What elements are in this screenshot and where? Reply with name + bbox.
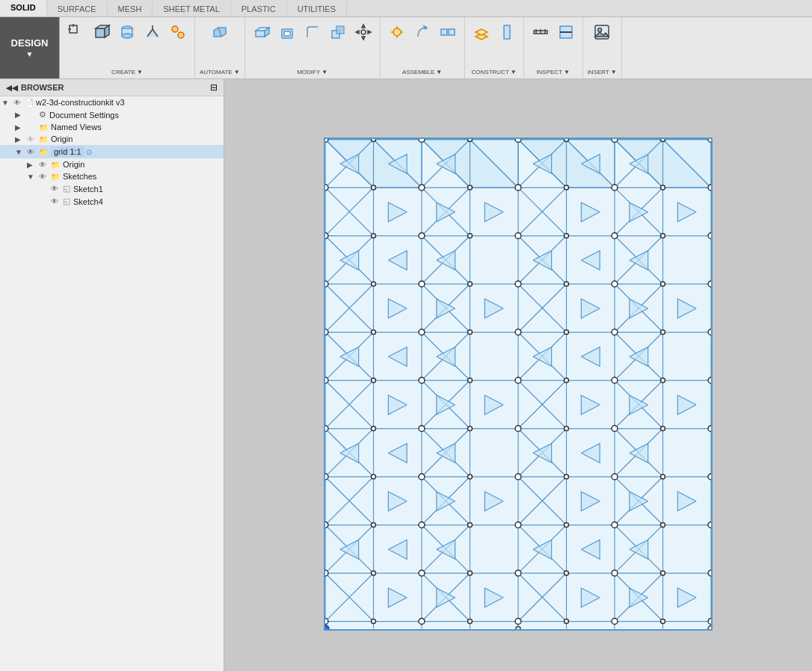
tab-mesh[interactable]: MESH: [108, 1, 153, 16]
modify-shell-btn[interactable]: [275, 20, 299, 44]
type-icon-root: 📄: [24, 99, 34, 107]
browser-item-origin[interactable]: ▶👁📁Origin: [0, 133, 224, 145]
create-box-btn[interactable]: [90, 20, 114, 44]
browser-panel: ◀◀ BROWSER ⊟ ▼👁📄w2-3d-constructionkit v3…: [0, 79, 224, 671]
tab-plastic[interactable]: PLASTIC: [231, 1, 287, 16]
create-new-component-btn[interactable]: [64, 20, 88, 44]
browser-item-sketch1[interactable]: 👁◱Sketch1: [0, 182, 224, 195]
svg-point-186: [372, 282, 376, 286]
svg-point-217: [565, 426, 569, 430]
tree-arrow-doc-settings[interactable]: ▶: [15, 111, 24, 119]
svg-point-182: [612, 232, 618, 238]
type-icon-origin: 📁: [37, 135, 49, 143]
eye-icon-sketches[interactable]: 👁: [37, 173, 48, 181]
automate-flange-btn[interactable]: [208, 20, 232, 44]
modify-label[interactable]: MODIFY ▼: [297, 69, 327, 75]
modify-pushpull-btn[interactable]: [250, 20, 274, 44]
tree-label-grid1: grid 1:1: [51, 146, 84, 157]
svg-point-226: [565, 474, 569, 479]
browser-item-grid1[interactable]: ▼👁📁grid 1:1⊙: [0, 145, 224, 158]
svg-point-222: [372, 474, 376, 479]
eye-icon-grid1-origin[interactable]: 👁: [37, 161, 48, 169]
modify-move-btn[interactable]: [351, 20, 375, 44]
eye-icon-sketch4[interactable]: 👁: [49, 197, 60, 205]
svg-rect-39: [504, 25, 510, 39]
svg-point-252: [515, 618, 521, 624]
svg-point-180: [515, 232, 521, 238]
browser-item-doc-settings[interactable]: ▶⚙Document Settings: [0, 108, 224, 121]
tab-sheet-metal[interactable]: SHEET METAL: [153, 1, 230, 16]
create-label[interactable]: CREATE ▼: [111, 69, 143, 75]
tree-arrow-root[interactable]: ▼: [1, 99, 10, 107]
tree-arrow-named-views[interactable]: ▶: [15, 123, 24, 132]
tree-arrow-sketches[interactable]: ▼: [27, 173, 36, 181]
viewport[interactable]: [224, 79, 812, 671]
browser-item-sketches[interactable]: ▼👁📁Sketches: [0, 170, 224, 182]
browser-item-named-views[interactable]: ▶📁Named Views: [0, 121, 224, 133]
create-cut-btn[interactable]: [141, 20, 164, 44]
svg-point-177: [372, 233, 376, 238]
tool-group-automate: AUTOMATE ▼: [195, 17, 245, 78]
tree-arrow-origin[interactable]: ▶: [15, 135, 24, 143]
svg-point-259: [516, 626, 520, 631]
browser-collapse-icon[interactable]: ◀◀: [6, 84, 18, 92]
tab-utilities[interactable]: UTILITIES: [287, 1, 347, 16]
browser-item-root[interactable]: ▼👁📄w2-3d-constructionkit v3: [0, 96, 224, 108]
svg-point-223: [419, 474, 425, 480]
eye-icon-origin[interactable]: 👁: [25, 135, 36, 143]
svg-point-199: [565, 330, 569, 334]
eye-icon-root[interactable]: 👁: [12, 99, 22, 107]
design-button[interactable]: DESIGN ▼: [0, 17, 60, 78]
modify-combine-btn[interactable]: [326, 20, 350, 44]
create-pattern-btn[interactable]: [166, 20, 190, 44]
svg-point-159: [419, 137, 425, 143]
inspect-measure-btn[interactable]: [529, 20, 553, 44]
browser-item-sketch4[interactable]: 👁◱Sketch4: [0, 195, 224, 208]
inspect-label[interactable]: INSPECT ▼: [536, 69, 570, 75]
assemble-drive-btn[interactable]: [410, 20, 434, 44]
tab-row: SOLID SURFACE MESH SHEET METAL PLASTIC U…: [0, 0, 812, 17]
construct-label[interactable]: CONSTRUCT ▼: [472, 69, 517, 75]
assemble-label[interactable]: ASSEMBLE ▼: [402, 69, 442, 75]
modify-fillet-btn[interactable]: [301, 20, 325, 44]
svg-point-172: [565, 185, 569, 190]
design-label: DESIGN: [11, 37, 49, 49]
tool-group-insert: INSERT ▼: [583, 17, 622, 78]
svg-point-158: [324, 137, 328, 143]
create-cylinder-btn[interactable]: [115, 20, 139, 44]
tab-solid[interactable]: SOLID: [0, 0, 47, 16]
tree-label-doc-settings: Document Settings: [49, 111, 119, 120]
tree-arrow-grid1-origin[interactable]: ▶: [27, 161, 36, 169]
svg-point-240: [372, 571, 376, 575]
svg-point-248: [324, 618, 328, 624]
eye-icon-sketch1[interactable]: 👁: [49, 185, 60, 193]
svg-point-167: [324, 185, 328, 191]
insert-image-btn[interactable]: [590, 20, 614, 44]
insert-label[interactable]: INSERT ▼: [588, 69, 617, 75]
svg-point-241: [419, 570, 425, 576]
sketch-canvas: [324, 137, 713, 631]
browser-item-grid1-origin[interactable]: ▶👁📁Origin: [0, 158, 224, 170]
svg-point-181: [565, 233, 569, 238]
svg-point-200: [612, 329, 618, 335]
inspect-section-btn[interactable]: [554, 20, 578, 44]
tab-surface[interactable]: SURFACE: [47, 1, 108, 16]
tool-group-create: CREATE ▼: [60, 17, 195, 78]
tree-arrow-grid1[interactable]: ▼: [15, 148, 24, 156]
browser-pin-icon[interactable]: ⊟: [210, 82, 218, 93]
svg-rect-3: [96, 28, 105, 37]
svg-point-236: [612, 522, 618, 528]
svg-point-10: [172, 26, 178, 32]
canvas-area: [324, 137, 713, 631]
construct-axis-btn[interactable]: [495, 20, 519, 44]
radio-icon-grid1[interactable]: ⊙: [86, 148, 96, 156]
svg-point-257: [324, 625, 329, 631]
eye-icon-grid1[interactable]: 👁: [25, 148, 36, 156]
automate-label[interactable]: AUTOMATE ▼: [200, 69, 240, 75]
construct-plane-btn[interactable]: [470, 20, 493, 44]
assemble-motion-btn[interactable]: [436, 20, 460, 44]
create-icons: [64, 20, 190, 44]
svg-point-212: [324, 425, 328, 431]
assemble-joint-btn[interactable]: [385, 20, 409, 44]
svg-point-216: [515, 425, 521, 431]
